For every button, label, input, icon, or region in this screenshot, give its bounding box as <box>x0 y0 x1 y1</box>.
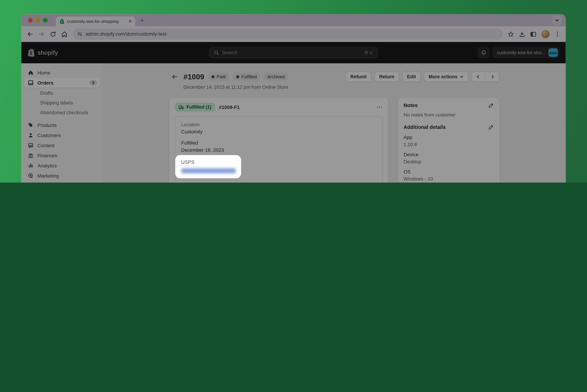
redacted-tracking-number-link[interactable] <box>181 168 236 173</box>
carrier-name: USPS <box>181 159 235 165</box>
dim-overlay <box>21 14 566 182</box>
tracking-spotlight: USPS <box>175 155 241 178</box>
screen: customily-test-for-shopping ✕ + admin.sh… <box>0 0 587 182</box>
